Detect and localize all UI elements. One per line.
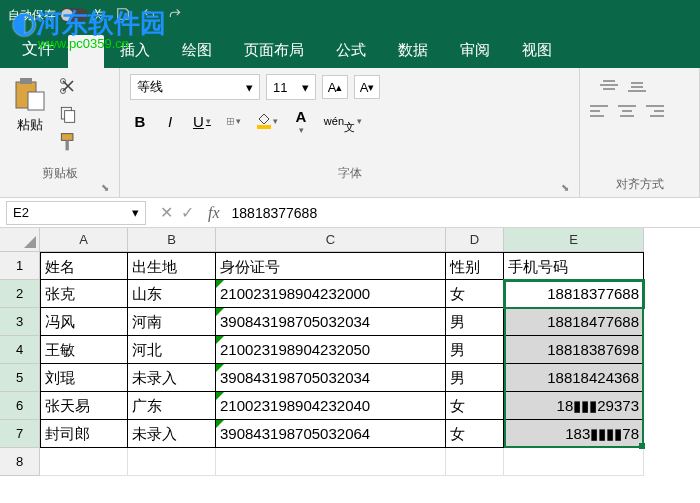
tab-review[interactable]: 审阅 bbox=[444, 33, 506, 68]
tab-draw[interactable]: 绘图 bbox=[166, 33, 228, 68]
group-label: 对齐方式 bbox=[590, 172, 689, 193]
cell[interactable]: 河北 bbox=[128, 336, 216, 364]
name-box[interactable]: E2▾ bbox=[6, 201, 146, 225]
decrease-font-button[interactable]: A▾ bbox=[354, 75, 380, 99]
cell[interactable]: 姓名 bbox=[40, 252, 128, 280]
border-button[interactable] bbox=[224, 110, 244, 132]
cell[interactable]: 210023198904232040 bbox=[216, 392, 446, 420]
col-header[interactable]: D bbox=[446, 228, 504, 252]
cell[interactable]: 210023198904232000 bbox=[216, 280, 446, 308]
col-header[interactable]: A bbox=[40, 228, 128, 252]
formula-bar: E2▾ ✕ ✓ fx bbox=[0, 198, 700, 228]
cancel-icon[interactable]: ✕ bbox=[160, 203, 173, 222]
cell-active[interactable]: 18818377688 bbox=[504, 280, 644, 308]
tab-insert[interactable]: 插入 bbox=[104, 33, 166, 68]
cell[interactable]: 女 bbox=[446, 420, 504, 448]
format-painter-icon[interactable] bbox=[58, 132, 78, 156]
row-header[interactable]: 1 bbox=[0, 252, 40, 280]
cell[interactable]: 390843198705032034 bbox=[216, 308, 446, 336]
cell[interactable]: 18▮▮▮29373 bbox=[504, 392, 644, 420]
cell[interactable]: 山东 bbox=[128, 280, 216, 308]
spreadsheet-grid[interactable]: A B C D E 1 姓名 出生地 身份证号 性别 手机号码 2 张克 山东 … bbox=[0, 228, 700, 476]
cell[interactable] bbox=[504, 448, 644, 476]
svg-rect-6 bbox=[65, 111, 75, 123]
undo-icon[interactable] bbox=[142, 7, 156, 24]
autosave-toggle[interactable]: 自动保存 关 bbox=[8, 7, 104, 24]
select-all-corner[interactable] bbox=[0, 228, 40, 252]
row-header[interactable]: 5 bbox=[0, 364, 40, 392]
cell[interactable] bbox=[40, 448, 128, 476]
row-header[interactable]: 3 bbox=[0, 308, 40, 336]
cell[interactable]: 刘琨 bbox=[40, 364, 128, 392]
row-header[interactable]: 6 bbox=[0, 392, 40, 420]
cell[interactable]: 出生地 bbox=[128, 252, 216, 280]
cell[interactable]: 18818387698 bbox=[504, 336, 644, 364]
cell[interactable]: 性别 bbox=[446, 252, 504, 280]
cell[interactable]: 183▮▮▮▮78 bbox=[504, 420, 644, 448]
row-header[interactable]: 4 bbox=[0, 336, 40, 364]
cell[interactable]: 未录入 bbox=[128, 420, 216, 448]
dialog-launcher-icon[interactable]: ⬊ bbox=[130, 182, 569, 193]
cell[interactable]: 18818477688 bbox=[504, 308, 644, 336]
font-name-select[interactable]: 等线▾ bbox=[130, 74, 260, 100]
cell[interactable] bbox=[128, 448, 216, 476]
cell[interactable]: 王敏 bbox=[40, 336, 128, 364]
cell[interactable]: 390843198705032064 bbox=[216, 420, 446, 448]
fill-color-button[interactable] bbox=[254, 110, 281, 132]
redo-icon[interactable] bbox=[168, 7, 182, 24]
cut-icon[interactable] bbox=[58, 76, 78, 100]
align-left-button[interactable] bbox=[590, 104, 608, 122]
increase-font-button[interactable]: A▴ bbox=[322, 75, 348, 99]
fx-icon[interactable]: fx bbox=[202, 204, 226, 222]
save-icon[interactable] bbox=[116, 7, 130, 24]
cell[interactable]: 女 bbox=[446, 280, 504, 308]
cell[interactable]: 女 bbox=[446, 392, 504, 420]
align-center-button[interactable] bbox=[618, 104, 636, 122]
tab-file[interactable]: 文件 bbox=[8, 31, 68, 68]
cell[interactable]: 男 bbox=[446, 336, 504, 364]
chevron-down-icon: ▾ bbox=[246, 80, 253, 95]
col-header[interactable]: C bbox=[216, 228, 446, 252]
cell[interactable] bbox=[446, 448, 504, 476]
cell[interactable]: 冯风 bbox=[40, 308, 128, 336]
cell[interactable]: 手机号码 bbox=[504, 252, 644, 280]
cell[interactable]: 男 bbox=[446, 364, 504, 392]
cell[interactable]: 390843198705032034 bbox=[216, 364, 446, 392]
cell[interactable] bbox=[216, 448, 446, 476]
copy-icon[interactable] bbox=[58, 104, 78, 128]
tab-home[interactable] bbox=[68, 35, 104, 68]
align-bottom-button[interactable] bbox=[628, 78, 646, 96]
cell[interactable]: 210023198904232050 bbox=[216, 336, 446, 364]
tab-view[interactable]: 视图 bbox=[506, 33, 568, 68]
cell[interactable]: 未录入 bbox=[128, 364, 216, 392]
cell[interactable]: 广东 bbox=[128, 392, 216, 420]
row-header[interactable]: 7 bbox=[0, 420, 40, 448]
font-size-select[interactable]: 11▾ bbox=[266, 74, 316, 100]
cell[interactable]: 张天易 bbox=[40, 392, 128, 420]
cell[interactable]: 18818424368 bbox=[504, 364, 644, 392]
phonetic-button[interactable]: wén文 bbox=[321, 110, 365, 132]
cell[interactable]: 河南 bbox=[128, 308, 216, 336]
col-header[interactable]: E bbox=[504, 228, 644, 252]
group-label: 剪贴板 bbox=[10, 161, 109, 182]
row-header[interactable]: 8 bbox=[0, 448, 40, 476]
underline-button[interactable]: U bbox=[190, 110, 214, 132]
align-middle-button[interactable] bbox=[600, 78, 618, 96]
cell[interactable]: 张克 bbox=[40, 280, 128, 308]
cell[interactable]: 封司郎 bbox=[40, 420, 128, 448]
confirm-icon[interactable]: ✓ bbox=[181, 203, 194, 222]
cell[interactable]: 身份证号 bbox=[216, 252, 446, 280]
align-right-button[interactable] bbox=[646, 104, 664, 122]
dialog-launcher-icon[interactable]: ⬊ bbox=[10, 182, 109, 193]
row-header[interactable]: 2 bbox=[0, 280, 40, 308]
font-color-button[interactable]: A bbox=[291, 110, 311, 132]
tab-layout[interactable]: 页面布局 bbox=[228, 33, 320, 68]
italic-button[interactable]: I bbox=[160, 110, 180, 132]
tab-data[interactable]: 数据 bbox=[382, 33, 444, 68]
formula-input[interactable] bbox=[226, 201, 700, 225]
tab-formulas[interactable]: 公式 bbox=[320, 33, 382, 68]
bold-button[interactable]: B bbox=[130, 110, 150, 132]
paste-button[interactable]: 粘贴 bbox=[10, 74, 50, 156]
cell[interactable]: 男 bbox=[446, 308, 504, 336]
col-header[interactable]: B bbox=[128, 228, 216, 252]
